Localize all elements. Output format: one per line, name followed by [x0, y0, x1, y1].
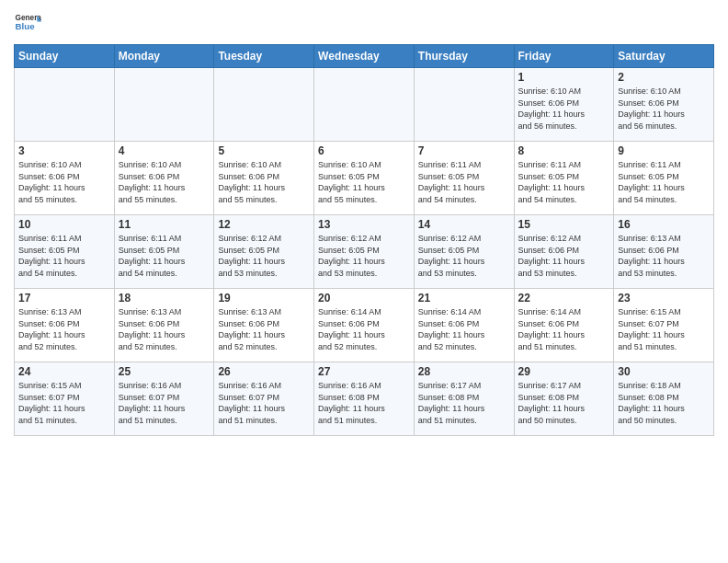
- day-info: Sunrise: 6:11 AM Sunset: 6:05 PM Dayligh…: [119, 233, 210, 279]
- calendar-week-5: 24Sunrise: 6:15 AM Sunset: 6:07 PM Dayli…: [15, 362, 714, 436]
- day-info: Sunrise: 6:11 AM Sunset: 6:05 PM Dayligh…: [518, 159, 610, 205]
- calendar-cell: 26Sunrise: 6:16 AM Sunset: 6:07 PM Dayli…: [214, 362, 314, 436]
- day-number: 14: [418, 218, 510, 231]
- header: General Blue: [14, 9, 714, 37]
- calendar-week-3: 10Sunrise: 6:11 AM Sunset: 6:05 PM Dayli…: [15, 215, 714, 289]
- day-number: 29: [518, 365, 610, 378]
- day-number: 1: [518, 71, 610, 84]
- calendar-cell: 22Sunrise: 6:14 AM Sunset: 6:06 PM Dayli…: [514, 289, 614, 362]
- calendar-cell: 17Sunrise: 6:13 AM Sunset: 6:06 PM Dayli…: [15, 289, 115, 362]
- calendar-cell: 21Sunrise: 6:14 AM Sunset: 6:06 PM Dayli…: [414, 289, 514, 362]
- day-info: Sunrise: 6:17 AM Sunset: 6:08 PM Dayligh…: [418, 380, 510, 426]
- day-info: Sunrise: 6:12 AM Sunset: 6:05 PM Dayligh…: [418, 233, 510, 279]
- day-number: 2: [618, 71, 710, 84]
- day-info: Sunrise: 6:11 AM Sunset: 6:05 PM Dayligh…: [18, 233, 110, 279]
- calendar-cell: 16Sunrise: 6:13 AM Sunset: 6:06 PM Dayli…: [614, 215, 714, 289]
- day-number: 10: [18, 218, 110, 231]
- weekday-header-thursday: Thursday: [414, 45, 514, 68]
- day-number: 16: [618, 218, 710, 231]
- weekday-header-sunday: Sunday: [15, 45, 115, 68]
- day-info: Sunrise: 6:13 AM Sunset: 6:06 PM Dayligh…: [618, 233, 710, 279]
- logo-icon: General Blue: [14, 9, 41, 37]
- calendar-cell: 30Sunrise: 6:18 AM Sunset: 6:08 PM Dayli…: [614, 362, 714, 436]
- day-number: 6: [318, 144, 410, 157]
- day-info: Sunrise: 6:10 AM Sunset: 6:05 PM Dayligh…: [318, 159, 410, 205]
- weekday-header-saturday: Saturday: [614, 45, 714, 68]
- day-number: 4: [119, 144, 210, 157]
- calendar-cell: [314, 68, 415, 142]
- calendar-cell: 11Sunrise: 6:11 AM Sunset: 6:05 PM Dayli…: [114, 215, 214, 289]
- calendar-cell: 14Sunrise: 6:12 AM Sunset: 6:05 PM Dayli…: [414, 215, 514, 289]
- logo: General Blue: [14, 9, 41, 37]
- calendar-cell: 8Sunrise: 6:11 AM Sunset: 6:05 PM Daylig…: [514, 142, 614, 215]
- day-number: 27: [318, 365, 410, 378]
- day-info: Sunrise: 6:14 AM Sunset: 6:06 PM Dayligh…: [418, 306, 510, 352]
- calendar-cell: [214, 68, 314, 142]
- calendar-cell: 20Sunrise: 6:14 AM Sunset: 6:06 PM Dayli…: [314, 289, 415, 362]
- day-number: 5: [218, 144, 310, 157]
- calendar-week-4: 17Sunrise: 6:13 AM Sunset: 6:06 PM Dayli…: [15, 289, 714, 362]
- weekday-header-monday: Monday: [114, 45, 214, 68]
- day-number: 15: [518, 218, 610, 231]
- day-number: 24: [18, 365, 110, 378]
- calendar-cell: 28Sunrise: 6:17 AM Sunset: 6:08 PM Dayli…: [414, 362, 514, 436]
- day-number: 20: [318, 292, 410, 304]
- weekday-header-row: SundayMondayTuesdayWednesdayThursdayFrid…: [15, 45, 714, 68]
- calendar-cell: 18Sunrise: 6:13 AM Sunset: 6:06 PM Dayli…: [114, 289, 214, 362]
- day-number: 7: [418, 144, 510, 157]
- calendar-cell: 24Sunrise: 6:15 AM Sunset: 6:07 PM Dayli…: [15, 362, 115, 436]
- day-info: Sunrise: 6:11 AM Sunset: 6:05 PM Dayligh…: [418, 159, 510, 205]
- calendar-cell: 23Sunrise: 6:15 AM Sunset: 6:07 PM Dayli…: [614, 289, 714, 362]
- day-info: Sunrise: 6:10 AM Sunset: 6:06 PM Dayligh…: [618, 86, 710, 132]
- day-info: Sunrise: 6:13 AM Sunset: 6:06 PM Dayligh…: [218, 306, 310, 352]
- day-number: 12: [218, 218, 310, 231]
- calendar-cell: [114, 68, 214, 142]
- day-number: 26: [218, 365, 310, 378]
- calendar-cell: 5Sunrise: 6:10 AM Sunset: 6:06 PM Daylig…: [214, 142, 314, 215]
- day-info: Sunrise: 6:10 AM Sunset: 6:06 PM Dayligh…: [218, 159, 310, 205]
- day-info: Sunrise: 6:16 AM Sunset: 6:07 PM Dayligh…: [119, 380, 210, 426]
- calendar-cell: 15Sunrise: 6:12 AM Sunset: 6:06 PM Dayli…: [514, 215, 614, 289]
- day-info: Sunrise: 6:16 AM Sunset: 6:07 PM Dayligh…: [218, 380, 310, 426]
- day-number: 19: [218, 292, 310, 304]
- day-info: Sunrise: 6:12 AM Sunset: 6:05 PM Dayligh…: [318, 233, 410, 279]
- calendar-cell: 3Sunrise: 6:10 AM Sunset: 6:06 PM Daylig…: [15, 142, 115, 215]
- day-number: 11: [119, 218, 210, 231]
- calendar-cell: 13Sunrise: 6:12 AM Sunset: 6:05 PM Dayli…: [314, 215, 415, 289]
- day-number: 18: [119, 292, 210, 304]
- calendar-week-1: 1Sunrise: 6:10 AM Sunset: 6:06 PM Daylig…: [15, 68, 714, 142]
- calendar-cell: 1Sunrise: 6:10 AM Sunset: 6:06 PM Daylig…: [514, 68, 614, 142]
- day-info: Sunrise: 6:10 AM Sunset: 6:06 PM Dayligh…: [18, 159, 110, 205]
- day-info: Sunrise: 6:11 AM Sunset: 6:05 PM Dayligh…: [618, 159, 710, 205]
- day-info: Sunrise: 6:13 AM Sunset: 6:06 PM Dayligh…: [119, 306, 210, 352]
- calendar-week-2: 3Sunrise: 6:10 AM Sunset: 6:06 PM Daylig…: [15, 142, 714, 215]
- calendar-cell: 25Sunrise: 6:16 AM Sunset: 6:07 PM Dayli…: [114, 362, 214, 436]
- day-number: 30: [618, 365, 710, 378]
- day-info: Sunrise: 6:16 AM Sunset: 6:08 PM Dayligh…: [318, 380, 410, 426]
- calendar-cell: 7Sunrise: 6:11 AM Sunset: 6:05 PM Daylig…: [414, 142, 514, 215]
- day-info: Sunrise: 6:15 AM Sunset: 6:07 PM Dayligh…: [618, 306, 710, 352]
- svg-text:Blue: Blue: [16, 21, 36, 31]
- calendar-cell: 9Sunrise: 6:11 AM Sunset: 6:05 PM Daylig…: [614, 142, 714, 215]
- calendar-cell: 2Sunrise: 6:10 AM Sunset: 6:06 PM Daylig…: [614, 68, 714, 142]
- calendar-cell: 27Sunrise: 6:16 AM Sunset: 6:08 PM Dayli…: [314, 362, 415, 436]
- day-info: Sunrise: 6:10 AM Sunset: 6:06 PM Dayligh…: [518, 86, 610, 132]
- day-number: 17: [18, 292, 110, 304]
- weekday-header-friday: Friday: [514, 45, 614, 68]
- calendar-cell: 6Sunrise: 6:10 AM Sunset: 6:05 PM Daylig…: [314, 142, 415, 215]
- calendar-cell: 29Sunrise: 6:17 AM Sunset: 6:08 PM Dayli…: [514, 362, 614, 436]
- day-number: 13: [318, 218, 410, 231]
- day-number: 21: [418, 292, 510, 304]
- day-number: 22: [518, 292, 610, 304]
- day-info: Sunrise: 6:10 AM Sunset: 6:06 PM Dayligh…: [119, 159, 210, 205]
- day-number: 3: [18, 144, 110, 157]
- weekday-header-tuesday: Tuesday: [214, 45, 314, 68]
- day-info: Sunrise: 6:17 AM Sunset: 6:08 PM Dayligh…: [518, 380, 610, 426]
- day-info: Sunrise: 6:18 AM Sunset: 6:08 PM Dayligh…: [618, 380, 710, 426]
- calendar-cell: 12Sunrise: 6:12 AM Sunset: 6:05 PM Dayli…: [214, 215, 314, 289]
- page: General Blue SundayMondayTuesdayWednesda…: [0, 0, 728, 563]
- day-info: Sunrise: 6:15 AM Sunset: 6:07 PM Dayligh…: [18, 380, 110, 426]
- calendar-table: SundayMondayTuesdayWednesdayThursdayFrid…: [14, 44, 714, 436]
- day-number: 25: [119, 365, 210, 378]
- day-number: 23: [618, 292, 710, 304]
